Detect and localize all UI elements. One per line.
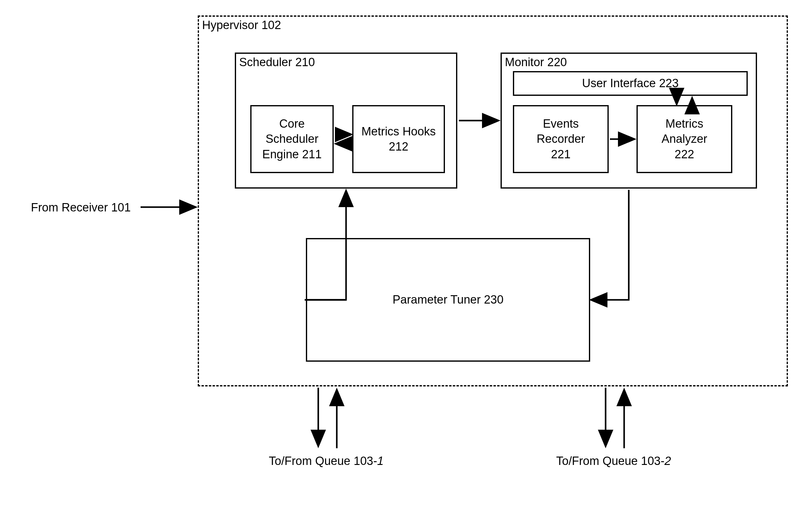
hypervisor-title: Hypervisor 102 bbox=[202, 18, 281, 32]
events-recorder-box: Events Recorder 221 bbox=[513, 105, 609, 173]
from-receiver-label: From Receiver 101 bbox=[31, 201, 131, 214]
monitor-title: Monitor 220 bbox=[505, 56, 567, 69]
user-interface-label: User Interface 223 bbox=[582, 76, 679, 91]
metrics-analyzer-label: Metrics Analyzer 222 bbox=[662, 116, 707, 162]
metrics-hooks-box: Metrics Hooks 212 bbox=[352, 105, 445, 173]
queue2-label: To/From Queue 103-2 bbox=[556, 454, 671, 468]
core-scheduler-engine-label: Core Scheduler Engine 211 bbox=[262, 116, 322, 162]
metrics-hooks-label: Metrics Hooks 212 bbox=[362, 124, 436, 155]
events-recorder-label: Events Recorder 221 bbox=[537, 116, 585, 162]
user-interface-box: User Interface 223 bbox=[513, 71, 748, 96]
parameter-tuner-label: Parameter Tuner 230 bbox=[392, 292, 503, 307]
queue1-label: To/From Queue 103-1 bbox=[269, 454, 384, 468]
parameter-tuner-box: Parameter Tuner 230 bbox=[306, 238, 590, 362]
scheduler-title: Scheduler 210 bbox=[239, 56, 315, 69]
core-scheduler-engine-box: Core Scheduler Engine 211 bbox=[250, 105, 334, 173]
metrics-analyzer-box: Metrics Analyzer 222 bbox=[637, 105, 732, 173]
